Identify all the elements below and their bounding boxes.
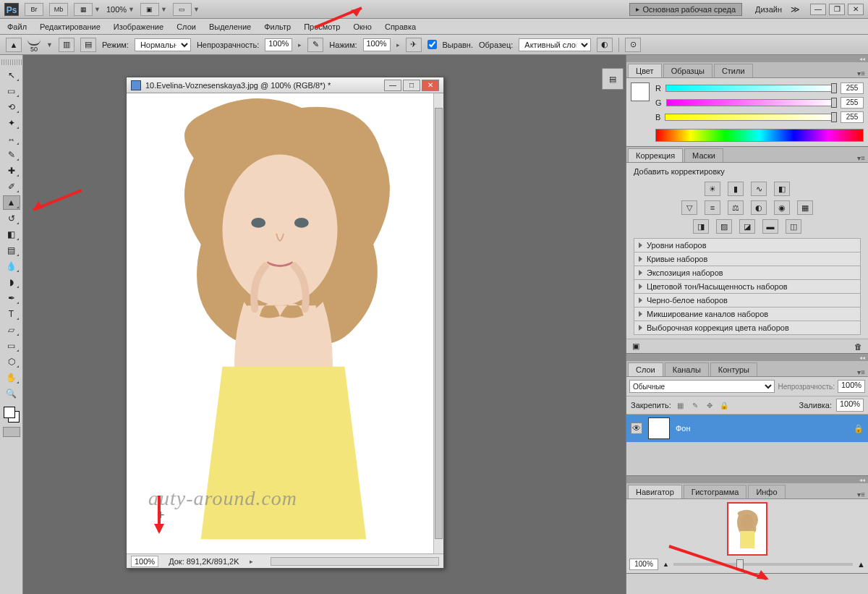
doc-horizontal-scrollbar[interactable] [271,557,439,566]
adj-selective-icon[interactable]: ◫ [786,219,801,234]
tab-paths[interactable]: Контуры [710,362,757,376]
lock-all-icon[interactable]: 🔒 [719,400,729,410]
workspace-design-label[interactable]: Дизайн [755,5,782,14]
menu-file[interactable]: Файл [7,22,27,31]
layer-visibility-icon[interactable]: 👁 [631,423,642,434]
panel-menu-icon[interactable]: ▾≡ [857,154,865,162]
blend-mode-select[interactable]: Нормальный [135,38,191,51]
menu-select[interactable]: Выделение [209,22,251,31]
tab-styles[interactable]: Стили [714,64,753,77]
adj-mixer-icon[interactable]: ▦ [797,200,813,215]
zoom-out-icon[interactable]: ▲ [663,561,669,568]
panel-collapse-icon[interactable]: ◂◂ [859,477,865,483]
navigator-thumbnail[interactable] [727,502,767,556]
opacity-pressure-icon[interactable]: ✎ [307,38,323,52]
sample-select[interactable]: Активный слой [519,38,591,51]
adj-bw-icon[interactable]: ◐ [751,200,767,215]
adj-threshold-icon[interactable]: ◪ [739,219,755,234]
layer-thumbnail[interactable] [648,417,670,439]
current-tool-icon[interactable]: ▲ [6,38,22,52]
r-slider[interactable] [665,85,836,92]
b-value[interactable]: 255 [841,111,864,123]
adj-preset-item[interactable]: Черно-белое наборов [634,293,861,307]
adj-footer-icon-left[interactable]: ▣ [632,341,639,351]
hand-tool[interactable]: ✋ [3,370,20,385]
adj-posterize-icon[interactable]: ▨ [716,219,732,234]
brush-panel-toggle-icon[interactable]: ▥ [59,38,75,52]
b-slider[interactable] [665,114,836,121]
doc-vertical-scrollbar[interactable] [433,93,443,553]
toolbox-grip-icon[interactable] [1,59,22,65]
pen-tool[interactable]: ✒ [3,291,20,305]
color-swatch-icon[interactable] [631,82,650,101]
window-minimize-icon[interactable]: — [810,4,826,15]
marquee-tool[interactable]: ▭ [3,84,20,98]
tab-adjustments[interactable]: Коррекция [628,148,683,162]
history-brush-tool[interactable]: ↺ [3,211,20,226]
zoom-level-dropdown[interactable]: 100%▼ [106,5,135,14]
move-tool[interactable]: ↖ [3,68,20,82]
adj-preset-item[interactable]: Цветовой тон/Насыщенность наборов [634,279,861,294]
adj-balance-icon[interactable]: ⚖ [728,200,744,215]
adj-footer-icon-right[interactable]: 🗑 [854,342,862,351]
tab-histogram[interactable]: Гистограмма [684,485,747,498]
3d-tool[interactable]: ⬡ [3,355,20,369]
opacity-dropdown-icon[interactable]: ▸ [298,41,302,48]
adj-gradient-map-icon[interactable]: ▬ [762,219,778,234]
shape-tool[interactable]: ▭ [3,339,20,353]
adj-preset-item[interactable]: Кривые наборов [634,252,861,266]
menu-filter[interactable]: Фильтр [264,22,291,31]
document-canvas[interactable]: auty-around.com + [127,93,433,553]
crop-tool[interactable]: ⟗ [3,132,20,146]
lock-position-icon[interactable]: ✥ [705,400,715,410]
launch-bridge-icon[interactable]: Br [25,3,43,16]
panel-collapse-icon[interactable]: ◂◂ [859,355,865,361]
doc-close-icon[interactable]: ✕ [422,80,439,91]
collapsed-panel-icon[interactable]: ▤ [602,68,624,90]
menu-edit[interactable]: Редактирование [40,22,101,31]
brush-picker-dropdown[interactable]: ▼ [46,41,53,48]
r-value[interactable]: 255 [841,82,864,94]
panel-menu-icon[interactable]: ▾≡ [857,69,865,77]
lasso-tool[interactable]: ⟲ [3,100,20,114]
navigator-zoom-field[interactable]: 100% [629,559,658,570]
brush-preview-icon[interactable] [27,37,41,46]
brush-panel2-icon[interactable]: ▤ [80,38,96,52]
view-extras-dropdown[interactable]: ▦▼ [74,3,101,16]
adj-levels-icon[interactable]: ▮ [728,182,744,196]
adj-vibrance-icon[interactable]: ▽ [681,200,697,215]
adj-brightness-icon[interactable]: ☀ [705,182,720,196]
blend-mode-select[interactable]: Обычные [629,380,775,393]
doc-info-dropdown[interactable]: ▸ [250,558,253,565]
tablet-pressure-icon[interactable]: ⊙ [625,38,641,52]
color-spectrum[interactable] [655,129,864,142]
tab-info[interactable]: Инфо [748,485,785,498]
flow-field[interactable]: 100% [363,38,391,51]
document-titlebar[interactable]: 10.Evelina-Voznesenskaya3.jpg @ 100% (RG… [127,77,443,93]
tab-navigator[interactable]: Навигатор [628,485,682,498]
doc-maximize-icon[interactable]: □ [403,80,420,91]
type-tool[interactable]: T [3,307,20,321]
gradient-tool[interactable]: ▤ [3,243,20,258]
adj-photo-filter-icon[interactable]: ◉ [774,200,790,215]
navigator-zoom-slider[interactable] [673,563,853,566]
panel-menu-icon[interactable]: ▾≡ [857,491,865,498]
adj-invert-icon[interactable]: ◨ [693,219,709,234]
healing-tool[interactable]: ✚ [3,164,20,178]
adj-hue-icon[interactable]: ≡ [705,200,720,215]
aligned-checkbox[interactable] [427,40,437,49]
path-select-tool[interactable]: ▱ [3,323,20,337]
tab-color[interactable]: Цвет [628,64,662,77]
g-value[interactable]: 255 [841,97,864,109]
window-close-icon[interactable]: ✕ [848,4,864,15]
blur-tool[interactable]: 💧 [3,259,20,273]
panel-menu-icon[interactable]: ▾≡ [857,368,865,376]
menu-help[interactable]: Справка [385,22,416,31]
adj-preset-item[interactable]: Выборочная коррекция цвета наборов [634,321,861,335]
menu-view[interactable]: Просмотр [304,22,340,31]
clone-stamp-tool[interactable]: ▲ [3,195,20,210]
brush-tool[interactable]: ✐ [3,179,20,194]
menu-layer[interactable]: Слои [176,22,196,31]
g-slider[interactable] [666,99,836,106]
mini-bridge-icon[interactable]: Mb [49,3,68,16]
